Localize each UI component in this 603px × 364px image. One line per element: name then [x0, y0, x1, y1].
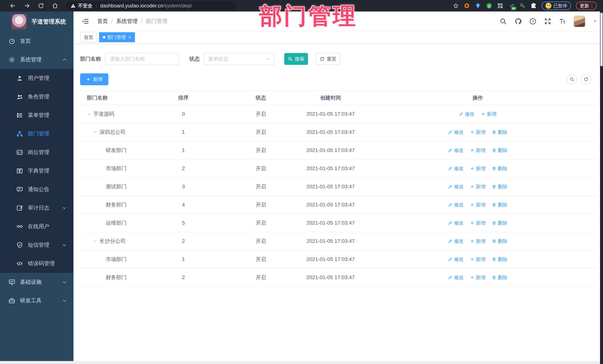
- browser-profile-chip[interactable]: 已暂停: [542, 1, 571, 10]
- profile-emoji-avatar: [545, 3, 551, 9]
- delete-button[interactable]: 删除: [492, 147, 508, 154]
- tag-部门管理[interactable]: 部门管理×: [99, 32, 135, 42]
- sidebar-item-审计日志[interactable]: 审计日志: [0, 199, 73, 217]
- extension-grid-icon[interactable]: [497, 3, 503, 9]
- gear-icon: [9, 56, 15, 63]
- sidebar-item-基础设施[interactable]: 基础设施: [0, 273, 73, 291]
- sidebar-item-部门管理[interactable]: 部门管理: [0, 124, 73, 143]
- sidebar-item-label: 首页: [20, 37, 31, 45]
- edit-button[interactable]: 修改: [448, 165, 464, 172]
- tag-close-icon[interactable]: ×: [128, 35, 131, 40]
- extension-orange-icon[interactable]: [464, 3, 470, 9]
- status-cell: 开启: [220, 183, 302, 190]
- browser-update-button[interactable]: 更新: [576, 1, 597, 10]
- edit-button[interactable]: 修改: [448, 274, 464, 281]
- add-button[interactable]: 新增: [470, 256, 486, 263]
- user-avatar[interactable]: [574, 16, 585, 27]
- browser-menu-kebab-icon[interactable]: [591, 3, 593, 8]
- add-button[interactable]: 新增: [481, 111, 497, 117]
- sidebar-item-在线用户[interactable]: 在线用户: [0, 217, 73, 236]
- github-icon[interactable]: [514, 18, 522, 25]
- warning-icon: [70, 3, 76, 8]
- delete-button[interactable]: 删除: [492, 202, 508, 208]
- sidebar-item-角色管理[interactable]: 角色管理: [0, 88, 73, 106]
- app-logo-row[interactable]: 芋道管理系统: [0, 11, 73, 32]
- edit-button[interactable]: 修改: [448, 184, 464, 190]
- search-button[interactable]: 搜索: [284, 53, 308, 65]
- window-horizontal-scrollbar[interactable]: [0, 361, 603, 364]
- sidebar-item-错误码管理[interactable]: 错误码管理: [0, 254, 73, 273]
- breadcrumb-item-系统管理[interactable]: 系统管理: [116, 18, 138, 25]
- help-icon[interactable]: ?: [529, 18, 537, 25]
- bookmark-star-icon[interactable]: [453, 3, 459, 9]
- tag-首页[interactable]: 首页: [80, 32, 97, 42]
- edit-button[interactable]: 修改: [459, 111, 475, 117]
- dept-name-cell: 长沙分公司: [100, 238, 126, 245]
- home-icon[interactable]: [52, 3, 58, 9]
- address-bar[interactable]: 不安全 dashboard.yudao.iocoder.cn/system/de…: [66, 1, 236, 10]
- sidebar-item-研发工具[interactable]: 研发工具: [0, 291, 73, 310]
- sidebar-item-岗位管理[interactable]: 岗位管理: [0, 143, 73, 162]
- extension-tabs-on-icon[interactable]: on: [508, 3, 514, 9]
- create-time-cell: 2021-01-05 17:03:47: [302, 184, 359, 190]
- toggle-search-button[interactable]: [567, 74, 577, 85]
- sort-cell: 1: [147, 147, 220, 153]
- expand-row-icon[interactable]: [93, 239, 97, 243]
- add-dept-button[interactable]: 新增: [80, 73, 108, 85]
- add-button[interactable]: 新增: [470, 220, 486, 226]
- delete-button[interactable]: 删除: [492, 184, 508, 190]
- add-button[interactable]: 新增: [470, 147, 486, 154]
- add-button-label: 新增: [93, 76, 103, 83]
- window-vertical-scrollbar[interactable]: [600, 11, 603, 364]
- sidebar-item-菜单管理[interactable]: 菜单管理: [0, 106, 73, 124]
- reset-button[interactable]: 重置: [316, 53, 340, 65]
- edit-button[interactable]: 修改: [448, 256, 464, 263]
- delete-button[interactable]: 删除: [492, 220, 508, 226]
- delete-button[interactable]: 删除: [492, 274, 508, 281]
- menu-list-icon: [16, 112, 23, 119]
- sidebar-item-系统管理[interactable]: 系统管理: [0, 50, 73, 69]
- dept-name-input[interactable]: [105, 53, 179, 65]
- scrollbar-thumb[interactable]: [600, 13, 603, 66]
- extension-gem-icon[interactable]: [475, 3, 481, 9]
- edit-button[interactable]: 修改: [448, 220, 464, 226]
- sort-cell: 4: [147, 202, 220, 208]
- refresh-table-button[interactable]: [581, 74, 591, 85]
- avatar-caret-down-icon[interactable]: [593, 19, 597, 24]
- add-button[interactable]: 新增: [470, 165, 486, 172]
- status-select[interactable]: 菜单状态: [204, 53, 275, 65]
- forward-icon[interactable]: [24, 3, 30, 9]
- sidebar-item-用户管理[interactable]: 用户管理: [0, 69, 73, 88]
- back-icon[interactable]: [10, 3, 16, 9]
- edit-button[interactable]: 修改: [448, 202, 464, 208]
- add-button[interactable]: 新增: [470, 202, 486, 208]
- font-size-icon[interactable]: [559, 18, 566, 25]
- add-button[interactable]: 新增: [470, 129, 486, 135]
- header-search-icon[interactable]: [499, 18, 507, 25]
- sidebar-item-首页[interactable]: 首页: [0, 32, 73, 50]
- delete-button[interactable]: 删除: [492, 238, 508, 244]
- breadcrumb-item-首页[interactable]: 首页: [97, 18, 108, 25]
- add-button[interactable]: 新增: [470, 274, 486, 281]
- edit-button[interactable]: 修改: [448, 147, 464, 154]
- expand-row-icon[interactable]: [93, 130, 97, 134]
- sidebar-item-字典管理[interactable]: 字典管理: [0, 162, 73, 180]
- reload-icon[interactable]: [38, 3, 44, 9]
- delete-button[interactable]: 删除: [492, 165, 508, 172]
- delete-button[interactable]: 删除: [492, 129, 508, 135]
- sidebar-item-通知公告[interactable]: 通知公告: [0, 180, 73, 199]
- expand-row-icon[interactable]: [87, 112, 91, 116]
- extension-green-circle-icon[interactable]: y: [486, 3, 492, 9]
- create-time-cell: 2021-01-05 17:03:47: [302, 165, 359, 171]
- fullscreen-icon[interactable]: [544, 18, 551, 25]
- edit-button[interactable]: 修改: [448, 129, 464, 135]
- extension-key-icon[interactable]: [519, 3, 526, 9]
- add-button[interactable]: 新增: [470, 238, 486, 244]
- add-button[interactable]: 新增: [470, 184, 486, 190]
- edit-button[interactable]: 修改: [448, 238, 464, 244]
- delete-button[interactable]: 删除: [492, 256, 508, 263]
- sidebar-item-短信管理[interactable]: 短信管理: [0, 236, 73, 254]
- add-button-label: 新增: [476, 147, 486, 154]
- sidebar-fold-icon[interactable]: [82, 18, 89, 25]
- extension-puzzle-icon[interactable]: [531, 3, 537, 9]
